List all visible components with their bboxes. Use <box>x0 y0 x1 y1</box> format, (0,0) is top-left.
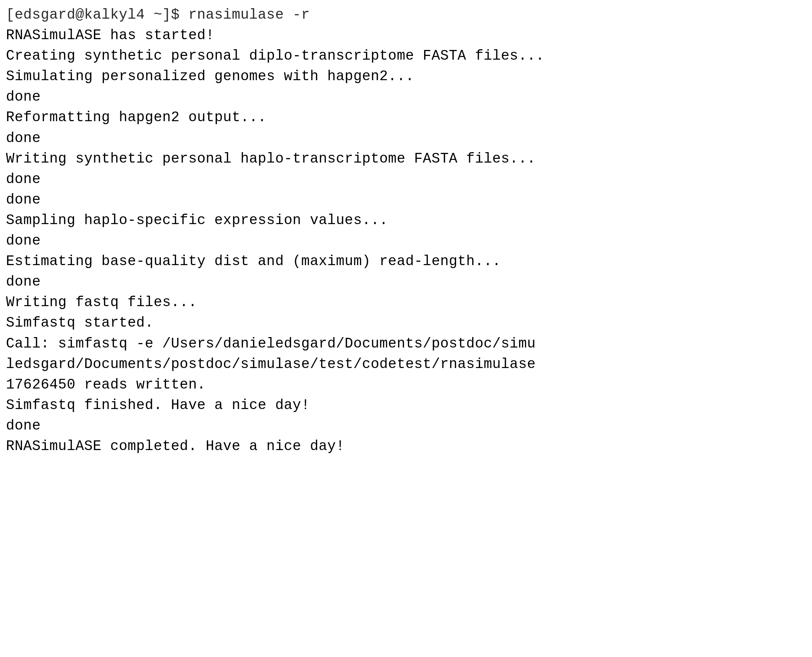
output-line: ledsgard/Documents/postdoc/simulase/test… <box>6 354 806 374</box>
shell-prompt: [edsgard@kalkyl4 ~]$ <box>6 7 188 23</box>
output-line: Estimating base-quality dist and (maximu… <box>6 251 806 271</box>
terminal-output: [edsgard@kalkyl4 ~]$ rnasimulase -r RNAS… <box>6 5 806 456</box>
output-line: Creating synthetic personal diplo-transc… <box>6 45 806 66</box>
output-line: Call: simfastq -e /Users/danieledsgard/D… <box>6 333 806 354</box>
output-line: Simfastq started. <box>6 313 806 333</box>
output-line: Writing synthetic personal haplo-transcr… <box>6 148 806 169</box>
output-line: Simulating personalized genomes with hap… <box>6 66 806 87</box>
output-line: RNASimulASE completed. Have a nice day! <box>6 436 806 456</box>
output-line: 17626450 reads written. <box>6 374 806 395</box>
output-line: done <box>6 128 806 148</box>
output-line: done <box>6 230 806 251</box>
output-line: done <box>6 271 806 292</box>
output-line: done <box>6 87 806 107</box>
command-input: rnasimulase -r <box>188 7 310 23</box>
output-line: Writing fastq files... <box>6 292 806 313</box>
output-line: done <box>6 190 806 210</box>
output-line: done <box>6 169 806 190</box>
output-line: Simfastq finished. Have a nice day! <box>6 395 806 416</box>
prompt-line: [edsgard@kalkyl4 ~]$ rnasimulase -r <box>6 5 806 25</box>
output-line: Reformatting hapgen2 output... <box>6 107 806 128</box>
output-line: RNASimulASE has started! <box>6 25 806 45</box>
output-line: done <box>6 416 806 436</box>
output-line: Sampling haplo-specific expression value… <box>6 210 806 230</box>
